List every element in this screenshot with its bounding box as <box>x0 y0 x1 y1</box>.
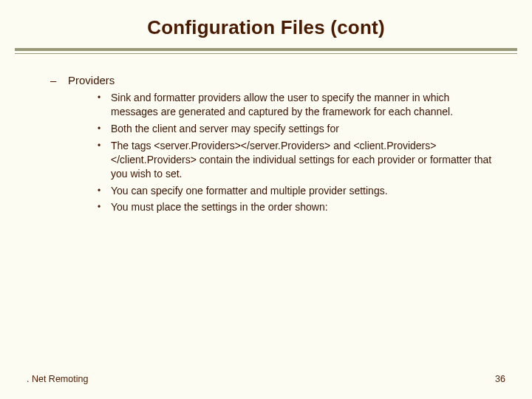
bullet-icon: • <box>98 185 100 197</box>
section-block: – Providers • Sink and formatter provide… <box>40 73 492 214</box>
footer: . Net Remoting 36 <box>0 374 532 384</box>
slide-title: Configuration Files (cont) <box>0 0 532 48</box>
bullet-icon: • <box>98 92 100 103</box>
page-number: 36 <box>495 374 505 384</box>
footer-left: . Net Remoting <box>27 374 88 384</box>
bullet-item: • Sink and formatter providers allow the… <box>68 91 492 119</box>
bullet-icon: • <box>98 140 100 151</box>
bullet-text: You must place the settings in the order… <box>111 201 328 213</box>
title-rule <box>15 48 517 54</box>
bullet-icon: • <box>98 123 100 134</box>
bullet-item: • Both the client and server may specify… <box>68 122 492 136</box>
slide-body: – Providers • Sink and formatter provide… <box>0 54 532 214</box>
bullet-text: You can specify one formatter and multip… <box>111 185 388 197</box>
slide: Configuration Files (cont) – Providers •… <box>0 0 532 399</box>
bullet-item: • You must place the settings in the ord… <box>68 200 492 214</box>
bullet-item: • The tags <server.Providers></server.Pr… <box>68 139 492 181</box>
bullet-text: Both the client and server may specify s… <box>111 123 339 134</box>
dash-icon: – <box>50 73 56 88</box>
section-heading: Providers <box>68 73 492 88</box>
bullet-text: The tags <server.Providers></server.Prov… <box>111 140 491 180</box>
bullet-icon: • <box>98 201 100 213</box>
bullet-text: Sink and formatter providers allow the u… <box>111 92 453 117</box>
bullet-item: • You can specify one formatter and mult… <box>68 184 492 198</box>
